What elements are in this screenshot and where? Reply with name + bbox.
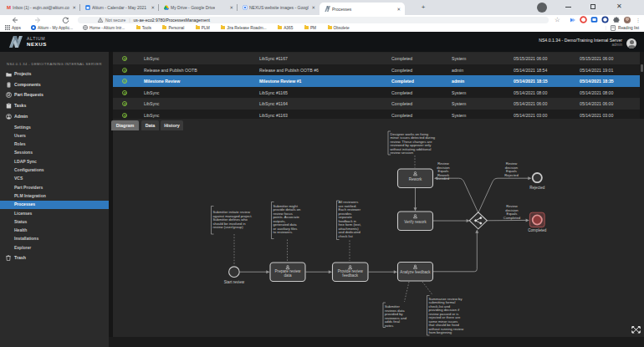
svg-text:Rework: Rework — [409, 177, 422, 181]
svg-text:notes: notes — [385, 324, 393, 328]
svg-text:from beginning: from beginning — [429, 330, 452, 334]
svg-text:check list: check list — [339, 234, 354, 238]
svg-text:feedback: feedback — [342, 273, 358, 278]
svg-text:Rejected: Rejected — [504, 173, 519, 177]
svg-text:Analyze feedback: Analyze feedback — [400, 270, 431, 274]
svg-text:Rejected: Rejected — [529, 186, 545, 190]
svg-text:data: data — [284, 273, 292, 278]
svg-text:Completed: Completed — [503, 216, 521, 220]
svg-text:needed: needed — [437, 176, 450, 181]
svg-text:review session: review session — [391, 151, 414, 155]
svg-text:to reviewers.: to reviewers. — [273, 230, 294, 234]
svg-text:Start review: Start review — [224, 280, 245, 284]
svg-text:Verify rework: Verify rework — [404, 220, 427, 224]
svg-text:review (user/group): review (user/group) — [213, 225, 244, 229]
svg-text:Completed: Completed — [528, 228, 547, 232]
